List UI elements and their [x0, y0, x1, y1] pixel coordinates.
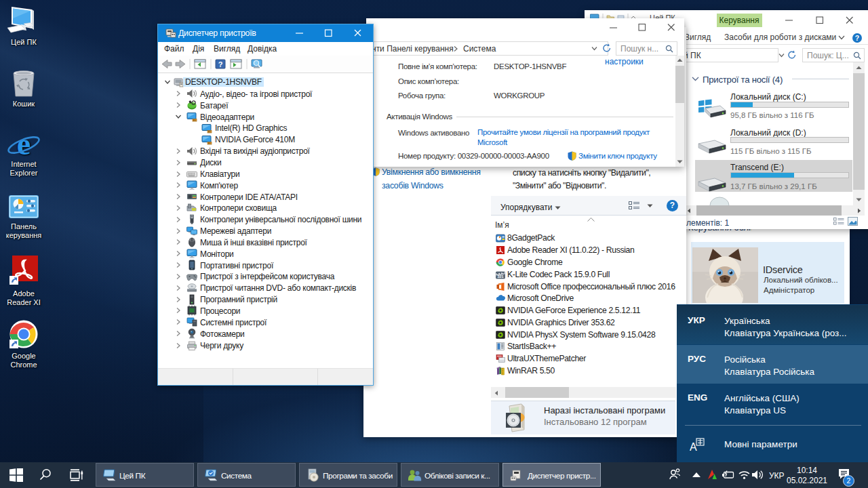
svg-text:e: e — [17, 129, 31, 160]
svg-text:A: A — [690, 441, 697, 452]
svg-text:?: ? — [218, 60, 223, 68]
svg-text:321: 321 — [497, 274, 503, 279]
